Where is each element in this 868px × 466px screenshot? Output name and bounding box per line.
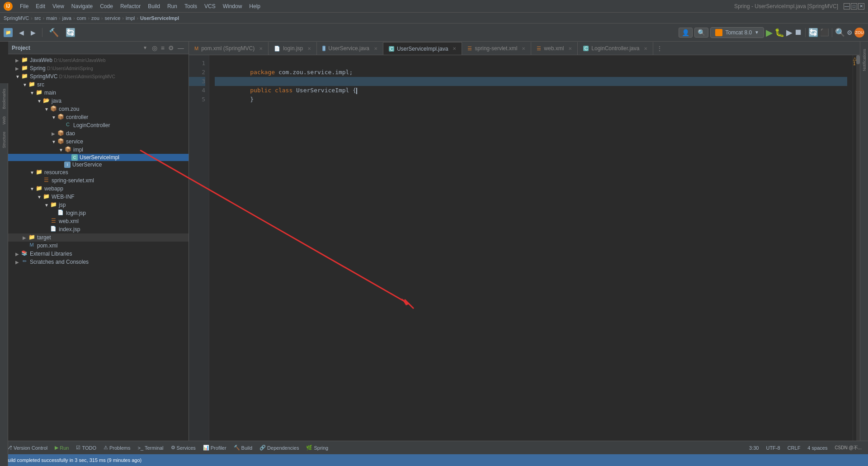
build-button[interactable]: 🔨 <box>46 26 61 39</box>
notifications-tab[interactable]: Notifications <box>861 45 868 75</box>
panel-minimize-btn[interactable]: — <box>177 43 185 52</box>
expand-impl[interactable]: ▼ <box>59 147 64 152</box>
menu-edit[interactable]: Edit <box>32 2 49 10</box>
tree-item-scratchesConsoles[interactable]: ▶ ✏ Scratches and Consoles <box>8 258 189 266</box>
menu-tools[interactable]: Tools <box>181 2 201 10</box>
forward-button[interactable]: ▶ <box>28 28 38 38</box>
services-btn[interactable]: ⚙ Services <box>168 444 198 452</box>
tree-item-loginJsp[interactable]: ▶ 📄 login.jsp <box>8 209 189 217</box>
csdn-info[interactable]: CSDN @不... <box>832 444 864 452</box>
tree-item-resources[interactable]: ▼ 📁 resources <box>8 168 189 176</box>
expand-javaWeb[interactable]: ▶ <box>15 58 21 63</box>
window-maximize[interactable]: □ <box>851 3 857 10</box>
expand-springMVC[interactable]: ▼ <box>15 74 21 79</box>
tree-item-indexJsp[interactable]: ▶ 📄 index.jsp <box>8 225 189 233</box>
run-config-dropdown[interactable]: ▼ <box>755 30 759 35</box>
breadcrumb-springmvc[interactable]: SpringMVC <box>4 15 29 21</box>
encoding-status[interactable]: UTF-8 <box>763 444 783 452</box>
menu-navigate[interactable]: Navigate <box>68 2 96 10</box>
tab-webXml[interactable]: ☰ web.xml ✕ <box>531 42 578 55</box>
update-button[interactable]: 🔄 <box>808 28 818 38</box>
expand-spring[interactable]: ▶ <box>15 66 21 71</box>
breadcrumb-com[interactable]: com <box>77 15 86 21</box>
tree-item-springServletXml[interactable]: ▶ ☰ spring-servlet.xml <box>8 176 189 185</box>
search-everywhere[interactable]: 🔍 <box>694 28 708 38</box>
project-dropdown[interactable]: ▼ <box>143 45 147 50</box>
tab-springServlet[interactable]: ☰ spring-servlet.xml ✕ <box>462 42 531 55</box>
tab-loginController-close[interactable]: ✕ <box>644 46 647 51</box>
menu-window[interactable]: Window <box>219 2 246 10</box>
tab-springServlet-close[interactable]: ✕ <box>522 46 525 51</box>
menu-file[interactable]: File <box>16 2 32 10</box>
expand-src[interactable]: ▼ <box>23 82 28 87</box>
tree-item-javaWeb[interactable]: ▶ 📁 JavaWeb D:\Users\Admin\JavaWeb <box>8 56 189 64</box>
scrollbar-thumb[interactable] <box>856 55 860 64</box>
menu-vcs[interactable]: VCS <box>201 2 219 10</box>
tree-item-webapp[interactable]: ▼ 📁 webapp <box>8 185 189 193</box>
run-button[interactable]: ▶ <box>766 27 773 38</box>
expand-jsp[interactable]: ▼ <box>44 203 50 208</box>
window-close[interactable]: ✕ <box>858 3 864 10</box>
version-control-btn[interactable]: ⎇ Version Control <box>4 444 50 452</box>
collapse-all-btn[interactable]: ≡ <box>160 43 165 52</box>
tree-item-pomXml[interactable]: ▶ M pom.xml <box>8 242 189 250</box>
expand-java[interactable]: ▼ <box>37 99 42 104</box>
run-status-btn[interactable]: ▶ Run <box>52 444 71 452</box>
scrollbar-track[interactable] <box>856 55 860 441</box>
menu-run[interactable]: Run <box>164 2 181 10</box>
indent-status[interactable]: 4 spaces <box>805 444 830 452</box>
expand-dao[interactable]: ▶ <box>52 131 57 136</box>
editor-content[interactable]: 1 2 3 4 5 package com.zou.service.impl; … <box>189 55 860 441</box>
debug-button[interactable]: 🐛 <box>774 28 784 38</box>
tree-item-externalLibs[interactable]: ▶ 📚 External Libraries <box>8 250 189 258</box>
tree-item-controller[interactable]: ▼ 📦 controller <box>8 113 189 121</box>
breadcrumb-zou[interactable]: zou <box>91 15 99 21</box>
build-btn[interactable]: 🔨 Build <box>231 444 255 452</box>
cursor-position[interactable]: 3:30 <box>746 444 761 452</box>
tab-login[interactable]: 📄 login.jsp ✕ <box>269 42 317 55</box>
project-icon[interactable]: 📁 <box>4 28 13 37</box>
breadcrumb-service[interactable]: service <box>105 15 121 21</box>
code-editor[interactable]: package com.zou.service.impl; public cla… <box>209 55 853 441</box>
locate-file-btn[interactable]: ◎ <box>151 43 158 52</box>
menu-code[interactable]: Code <box>96 2 117 10</box>
sync-button[interactable]: 🔄 <box>63 26 78 39</box>
tab-webXml-close[interactable]: ✕ <box>568 46 572 51</box>
terminal-btn[interactable]: >_ Terminal <box>135 444 166 452</box>
expand-service[interactable]: ▼ <box>52 139 57 144</box>
tab-pom[interactable]: M pom.xml (SpringMVC) ✕ <box>189 42 269 55</box>
tree-item-jsp[interactable]: ▼ 📁 jsp <box>8 201 189 209</box>
breadcrumb-src[interactable]: src <box>34 15 41 21</box>
tree-item-impl[interactable]: ▼ 📦 impl <box>8 146 189 154</box>
tab-userService[interactable]: I UserService.java ✕ <box>317 42 383 55</box>
tab-login-close[interactable]: ✕ <box>307 46 311 51</box>
tab-loginController[interactable]: C LoginController.java ✕ <box>578 42 653 55</box>
tree-item-userServiceImpl[interactable]: ▶ C UserServiceImpl <box>8 154 189 161</box>
tree-options-btn[interactable]: ⚙ <box>167 43 175 52</box>
expand-target[interactable]: ▶ <box>23 235 28 240</box>
run-with-coverage[interactable]: ▶ <box>786 28 793 38</box>
tree-item-loginController[interactable]: ▶ C LoginController <box>8 121 189 129</box>
tree-item-service[interactable]: ▼ 📦 service <box>8 138 189 146</box>
expand-main[interactable]: ▼ <box>30 90 35 95</box>
expand-externalLibs[interactable]: ▶ <box>15 252 21 257</box>
search-button[interactable]: 🔍 <box>835 28 845 38</box>
expand-webapp[interactable]: ▼ <box>30 186 35 191</box>
tree-item-main[interactable]: ▼ 📁 main <box>8 89 189 97</box>
avatar[interactable]: ZOU <box>854 28 864 38</box>
back-button[interactable]: ◀ <box>16 28 27 38</box>
bookmarks-tab[interactable]: Bookmarks <box>1 85 7 113</box>
menu-view[interactable]: View <box>49 2 68 10</box>
tree-item-spring[interactable]: ▶ 📁 Spring D:\Users\Admin\Spring <box>8 64 189 72</box>
expand-controller[interactable]: ▼ <box>52 115 57 120</box>
tree-item-springMVC[interactable]: ▼ 📁 SpringMVC D:\Users\Admin\SpringMVC <box>8 72 189 81</box>
problems-btn[interactable]: ⚠ Problems <box>101 444 133 452</box>
run-config-selector[interactable]: Tomcat 8.0 ▼ <box>710 27 764 38</box>
tree-item-target[interactable]: ▶ 📁 target <box>8 233 189 242</box>
breadcrumb-impl[interactable]: impl <box>126 15 135 21</box>
profiler-btn[interactable]: 📊 Profiler <box>200 444 229 452</box>
stop-red-button[interactable]: ⬛ <box>820 28 829 37</box>
tab-userServiceImpl[interactable]: C UserServiceImpl.java ✕ <box>383 42 462 55</box>
tree-item-src[interactable]: ▼ 📁 src <box>8 81 189 89</box>
dependencies-btn[interactable]: 🔗 Dependencies <box>257 444 302 452</box>
